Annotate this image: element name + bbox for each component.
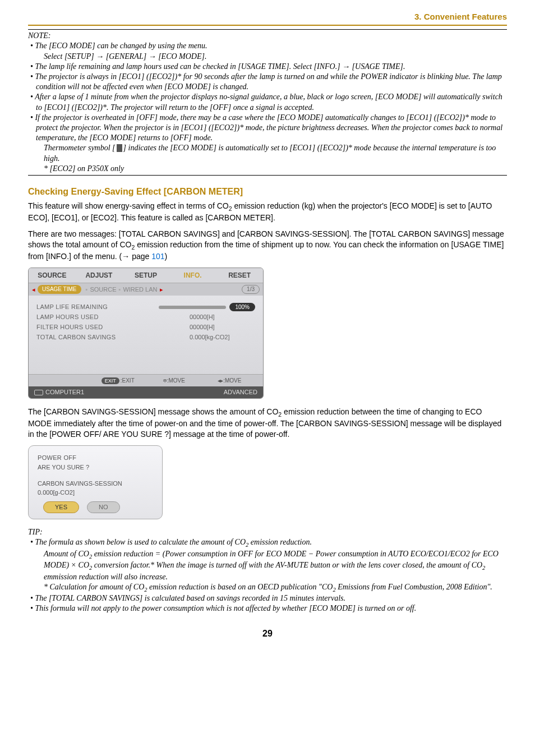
footer-move-lr: ◂▸:MOVE [202, 377, 258, 385]
osd-tab-reset: RESET [216, 268, 263, 283]
page-number: 29 [28, 628, 507, 640]
carbon-p3: The [CARBON SAVINGS-SESSION] message sho… [28, 407, 507, 440]
txt: The formula as shown below is used to ca… [35, 538, 246, 546]
txt: ) [165, 252, 168, 261]
osd-tab-source: SOURCE [29, 268, 76, 283]
filter-hours-label: FILTER HOURS USED [36, 323, 157, 331]
txt: COMPUTER1 [45, 389, 84, 395]
txt: emission reduction. [248, 538, 312, 546]
arrow-right-icon: ▸ [160, 285, 163, 294]
progress-percent: 100% [229, 303, 255, 312]
lamp-life-label: LAMP LIFE REMAINING [36, 303, 157, 312]
carbon-savings-label: TOTAL CARBON SAVINGS [36, 333, 157, 342]
carbon-p1: This feature will show energy-saving eff… [28, 201, 507, 223]
source-icon [34, 390, 43, 395]
note-item: If the projector is overheated in [OFF] … [28, 113, 507, 174]
osd-tab-info: INFO. [169, 268, 216, 283]
osd-subtabs: ◂ USAGE TIME ▪ SOURCE ▪ WIRED LAN ▸ 1/3 [29, 283, 263, 296]
note-text: The [ECO MODE] can be changed by using t… [35, 42, 207, 50]
txt: emission reduction is based on an OECD p… [147, 583, 333, 591]
tip-item: This formula will not apply to the power… [28, 603, 507, 614]
txt: conversion factor.* When the image is tu… [92, 561, 482, 569]
osd-tabs: SOURCE ADJUST SETUP INFO. RESET [29, 268, 263, 283]
note-block: NOTE: The [ECO MODE] can be changed by u… [28, 29, 507, 176]
lamp-life-progress: 100% [159, 303, 255, 312]
therm-pre: Thermometer symbol [ [44, 144, 116, 152]
osd-tab-adjust: ADJUST [76, 268, 123, 283]
note-footnote: * [ECO2] on P350X only [36, 164, 507, 174]
carbon-p2: There are two messages: [TOTAL CARBON SA… [28, 229, 507, 262]
note-label: NOTE: [28, 31, 507, 41]
note-item: The [ECO MODE] can be changed by using t… [28, 41, 507, 61]
osd-screenshot: SOURCE ADJUST SETUP INFO. RESET ◂ USAGE … [28, 268, 264, 399]
note-item: After a lapse of 1 minute from when the … [28, 92, 507, 112]
tip-item: The [TOTAL CARBON SAVINGS] is calculated… [28, 593, 507, 603]
osd-bottom-bar: COMPUTER1 ADVANCED [29, 386, 263, 398]
osd-body: LAMP LIFE REMAINING 100% LAMP HOURS USED… [29, 296, 263, 374]
tip-footnote: * Calculation for amount of CO2 emission… [36, 582, 507, 593]
lamp-hours-label: LAMP HOURS USED [36, 313, 157, 321]
txt: :EXIT [121, 377, 135, 384]
dialog-carbon-label: CARBON SAVINGS-SESSION [38, 480, 153, 488]
power-off-dialog: POWER OFF ARE YOU SURE ? CARBON SAVINGS-… [28, 445, 163, 519]
footer-exit: EXIT:EXIT [90, 377, 146, 385]
note-item: The lamp life remaining and lamp hours u… [28, 62, 507, 72]
arrow-left-icon: ◂ [32, 285, 35, 294]
dialog-title: POWER OFF [38, 454, 153, 462]
note-subtext: Select [SETUP] → [GENERAL] → [ECO MODE]. [36, 52, 507, 62]
txt: Emissions from Fuel Combustion, 2008 Edi… [336, 583, 492, 591]
tip-item: The formula as shown below is used to ca… [28, 537, 507, 593]
dialog-subtitle: ARE YOU SURE ? [38, 463, 153, 472]
osd-footer: EXIT:EXIT ≑:MOVE ◂▸:MOVE [29, 374, 263, 387]
osd-tab-setup: SETUP [122, 268, 169, 283]
page-ref-link[interactable]: 101 [151, 252, 164, 261]
txt: emmission reduction will also increase. [44, 573, 168, 581]
filter-hours-value: 00000[H] [190, 323, 255, 331]
page-indicator: 1/3 [242, 285, 260, 294]
tip-formula: Amount of CO2 emission reduction = (Powe… [36, 549, 507, 582]
yes-button: YES [43, 501, 79, 513]
txt: The [CARBON SAVINGS-SESSION] message sho… [28, 407, 278, 416]
footer-move-ud: ≑:MOVE [146, 377, 202, 385]
progress-bar [159, 306, 226, 309]
tip-label: TIP: [28, 527, 507, 537]
no-button: NO [87, 501, 120, 513]
txt: This feature will show energy-saving eff… [28, 201, 229, 210]
subtab-source: SOURCE [90, 285, 116, 294]
carbon-savings-value: 0.000[kg-CO2] [190, 333, 255, 342]
dot-icon: ▪ [86, 285, 88, 294]
thermometer-icon [117, 144, 122, 152]
txt: * Calculation for amount of CO [44, 583, 144, 591]
note-item: The projector is always in [ECO1] ([ECO2… [28, 72, 507, 92]
subtab-usage-time: USAGE TIME [38, 285, 81, 294]
note-text: If the projector is overheated in [OFF] … [35, 113, 502, 142]
subtab-wired-lan: WIRED LAN [123, 285, 157, 294]
note-thermometer-line: Thermometer symbol [] indicates the [ECO… [36, 143, 507, 163]
txt: Amount of CO [44, 550, 89, 558]
lamp-hours-value: 00000[H] [190, 313, 255, 321]
osd-source-indicator: COMPUTER1 [34, 388, 84, 397]
dot-icon: ▪ [118, 285, 121, 294]
carbon-meter-heading: Checking Energy-Saving Effect [CARBON ME… [28, 186, 507, 198]
tip-block: TIP: The formula as shown below is used … [28, 527, 507, 614]
section-header: 3. Convenient Features [28, 11, 507, 26]
osd-advanced-label: ADVANCED [224, 388, 257, 397]
exit-pill-icon: EXIT [102, 377, 119, 384]
dialog-carbon-value: 0.000[g-CO2] [38, 488, 153, 497]
